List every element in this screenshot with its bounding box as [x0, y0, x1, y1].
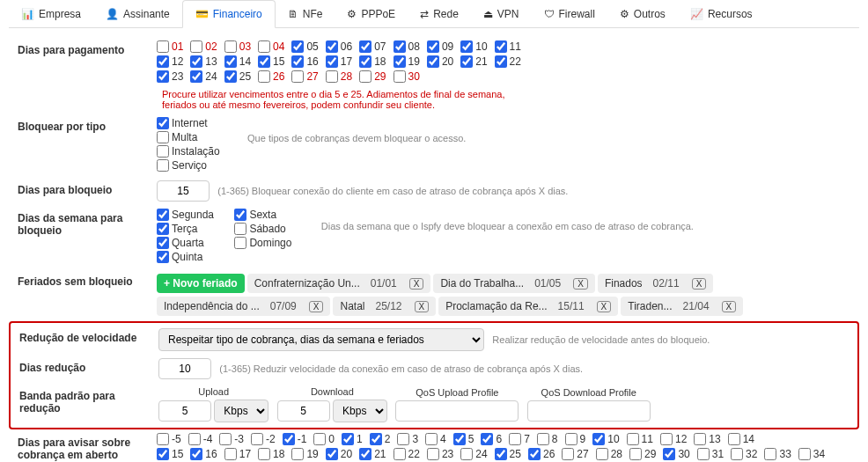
- dia-pagamento-checkbox[interactable]: 16: [291, 55, 318, 68]
- dia-pagamento-checkbox[interactable]: 20: [427, 55, 453, 68]
- dia-semana-checkbox[interactable]: Sábado: [234, 223, 291, 235]
- dia-avisar-checkbox[interactable]: 17: [224, 448, 251, 460]
- dia-avisar-checkbox[interactable]: 15: [157, 448, 183, 460]
- tab-outros[interactable]: ⚙Outros: [607, 0, 678, 27]
- tab-empresa[interactable]: 📊Empresa: [9, 0, 93, 27]
- dia-pagamento-checkbox[interactable]: 11: [495, 40, 521, 53]
- dia-semana-checkbox[interactable]: Quarta: [157, 237, 214, 249]
- dia-avisar-checkbox[interactable]: 13: [694, 433, 720, 445]
- dia-semana-checkbox[interactable]: Domingo: [234, 237, 291, 249]
- dia-avisar-checkbox[interactable]: 5: [453, 433, 474, 445]
- dia-pagamento-checkbox[interactable]: 26: [258, 70, 284, 83]
- dia-avisar-checkbox[interactable]: 6: [481, 433, 502, 445]
- bloquear-tipo-checkbox[interactable]: Instalação: [157, 145, 220, 158]
- dia-pagamento-checkbox[interactable]: 17: [326, 55, 352, 68]
- dia-pagamento-checkbox[interactable]: 22: [495, 55, 521, 68]
- upload-unit-select[interactable]: Kbps: [214, 400, 268, 422]
- tab-assinante[interactable]: 👤Assinante: [93, 0, 182, 27]
- tab-pppoe[interactable]: ⚙PPPoE: [335, 0, 408, 27]
- dia-pagamento-checkbox[interactable]: 02: [190, 40, 217, 53]
- remove-feriado-button[interactable]: X: [309, 301, 324, 312]
- dia-avisar-checkbox[interactable]: 34: [798, 448, 825, 460]
- dia-avisar-checkbox[interactable]: 4: [425, 433, 446, 445]
- dia-avisar-checkbox[interactable]: -2: [251, 433, 276, 445]
- dia-pagamento-checkbox[interactable]: 19: [394, 55, 420, 68]
- tab-vpn[interactable]: ⏏VPN: [471, 0, 532, 27]
- remove-feriado-button[interactable]: X: [409, 278, 424, 290]
- dia-avisar-checkbox[interactable]: 20: [326, 448, 352, 460]
- tab-firewall[interactable]: 🛡Firewall: [532, 0, 607, 27]
- bloquear-tipo-checkbox[interactable]: Internet: [157, 117, 220, 129]
- dia-avisar-checkbox[interactable]: 16: [190, 448, 217, 460]
- dia-pagamento-checkbox[interactable]: 03: [224, 40, 251, 53]
- dia-avisar-checkbox[interactable]: 12: [660, 433, 687, 445]
- remove-feriado-button[interactable]: X: [573, 278, 588, 290]
- dia-pagamento-checkbox[interactable]: 13: [190, 55, 217, 68]
- dia-pagamento-checkbox[interactable]: 14: [224, 55, 251, 68]
- dia-pagamento-checkbox[interactable]: 08: [394, 40, 420, 53]
- dia-avisar-checkbox[interactable]: 27: [562, 448, 588, 460]
- dia-avisar-checkbox[interactable]: 31: [697, 448, 724, 460]
- bloquear-tipo-checkbox[interactable]: Multa: [157, 131, 220, 143]
- dia-semana-checkbox[interactable]: Quinta: [157, 251, 214, 263]
- dia-avisar-checkbox[interactable]: 9: [565, 433, 586, 445]
- novo-feriado-button[interactable]: + Novo feriado: [157, 274, 245, 293]
- dia-pagamento-checkbox[interactable]: 29: [359, 70, 386, 83]
- dia-avisar-checkbox[interactable]: -1: [283, 433, 307, 445]
- dia-pagamento-checkbox[interactable]: 05: [291, 40, 318, 53]
- dia-avisar-checkbox[interactable]: 11: [627, 433, 653, 445]
- dia-pagamento-checkbox[interactable]: 01: [157, 40, 183, 53]
- dia-avisar-checkbox[interactable]: 19: [291, 448, 318, 460]
- dia-pagamento-checkbox[interactable]: 07: [359, 40, 386, 53]
- dia-avisar-checkbox[interactable]: 8: [537, 433, 558, 445]
- dia-avisar-checkbox[interactable]: 21: [359, 448, 386, 460]
- dia-pagamento-checkbox[interactable]: 24: [190, 70, 217, 83]
- tab-financeiro[interactable]: 💳Financeiro: [182, 0, 276, 28]
- download-value-input[interactable]: [277, 400, 330, 422]
- dia-avisar-checkbox[interactable]: 2: [370, 433, 391, 445]
- dia-pagamento-checkbox[interactable]: 09: [427, 40, 453, 53]
- remove-feriado-button[interactable]: X: [722, 301, 737, 312]
- dia-avisar-checkbox[interactable]: 30: [663, 448, 689, 460]
- dia-pagamento-checkbox[interactable]: 15: [258, 55, 284, 68]
- dia-pagamento-checkbox[interactable]: 04: [258, 40, 284, 53]
- dia-avisar-checkbox[interactable]: 18: [258, 448, 284, 460]
- reducao-select[interactable]: Respeitar tipo de cobrança, dias da sema…: [158, 328, 484, 351]
- dia-semana-checkbox[interactable]: Sexta: [234, 209, 291, 221]
- dia-avisar-checkbox[interactable]: -5: [157, 433, 181, 445]
- tab-rede[interactable]: ⇄Rede: [408, 0, 471, 27]
- dia-pagamento-checkbox[interactable]: 10: [460, 40, 487, 53]
- dia-avisar-checkbox[interactable]: 26: [528, 448, 555, 460]
- dia-pagamento-checkbox[interactable]: 28: [326, 70, 352, 83]
- dias-bloqueio-input[interactable]: [157, 180, 210, 202]
- dia-avisar-checkbox[interactable]: 1: [342, 433, 363, 445]
- tab-recursos[interactable]: 📈Recursos: [678, 0, 765, 27]
- tab-nfe[interactable]: 🗎NFe: [276, 0, 335, 27]
- dia-pagamento-checkbox[interactable]: 12: [157, 55, 183, 68]
- dia-avisar-checkbox[interactable]: -3: [219, 433, 244, 445]
- dia-avisar-checkbox[interactable]: 24: [460, 448, 487, 460]
- dia-semana-checkbox[interactable]: Segunda: [157, 209, 214, 221]
- dia-pagamento-checkbox[interactable]: 23: [157, 70, 183, 83]
- dia-avisar-checkbox[interactable]: 29: [629, 448, 656, 460]
- dia-avisar-checkbox[interactable]: 22: [394, 448, 420, 460]
- dia-avisar-checkbox[interactable]: 28: [596, 448, 622, 460]
- bloquear-tipo-checkbox[interactable]: Serviço: [157, 159, 220, 172]
- qos-upload-input[interactable]: [395, 400, 519, 422]
- dia-avisar-checkbox[interactable]: 3: [397, 433, 418, 445]
- upload-value-input[interactable]: [158, 400, 211, 422]
- dia-pagamento-checkbox[interactable]: 25: [224, 70, 251, 83]
- dia-pagamento-checkbox[interactable]: 18: [359, 55, 386, 68]
- dia-semana-checkbox[interactable]: Terça: [157, 223, 214, 235]
- dia-avisar-checkbox[interactable]: 25: [495, 448, 521, 460]
- dia-pagamento-checkbox[interactable]: 30: [394, 70, 420, 83]
- remove-feriado-button[interactable]: X: [415, 301, 430, 312]
- qos-download-input[interactable]: [527, 400, 651, 422]
- dias-reducao-input[interactable]: [158, 358, 211, 379]
- dia-avisar-checkbox[interactable]: 23: [427, 448, 453, 460]
- remove-feriado-button[interactable]: X: [692, 278, 707, 290]
- dia-avisar-checkbox[interactable]: -4: [188, 433, 213, 445]
- dia-pagamento-checkbox[interactable]: 27: [291, 70, 318, 83]
- dia-pagamento-checkbox[interactable]: 06: [326, 40, 352, 53]
- dia-avisar-checkbox[interactable]: 10: [592, 433, 619, 445]
